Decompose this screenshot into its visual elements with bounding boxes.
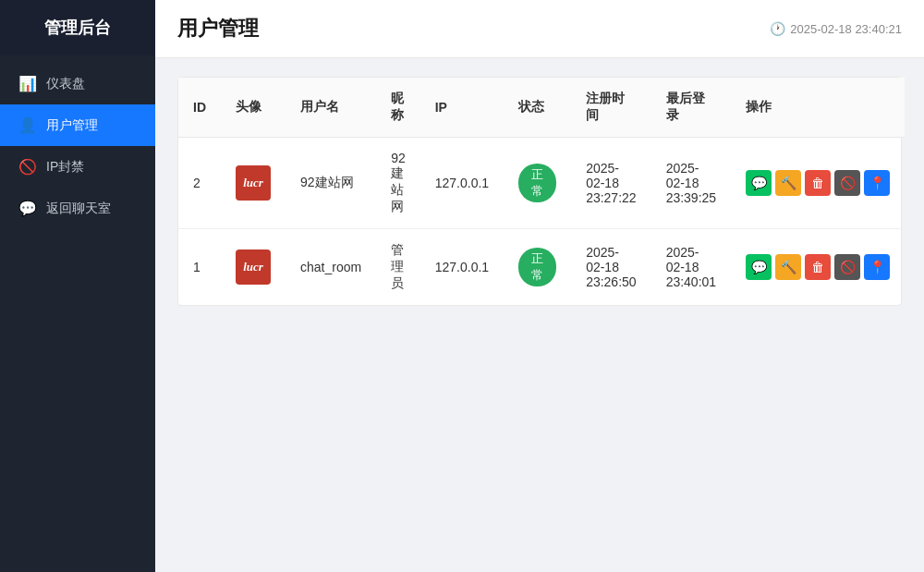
page-title: 用户管理 <box>177 15 259 43</box>
cell-username: chat_room <box>286 229 376 306</box>
mute-button[interactable]: 🚫 <box>834 170 860 196</box>
sidebar-item-ip-ban[interactable]: 🚫 IP封禁 <box>0 146 155 188</box>
sidebar-item-label: 用户管理 <box>46 117 98 134</box>
cell-id: 2 <box>178 138 221 229</box>
col-register-time: 注册时间 <box>571 78 651 138</box>
col-actions: 操作 <box>731 78 905 138</box>
cell-status: 正常 <box>504 138 571 229</box>
delete-user-button[interactable]: 🗑 <box>805 254 831 280</box>
cell-avatar: lucr <box>221 138 286 229</box>
cell-ip: 127.0.0.1 <box>420 138 504 229</box>
main-panel: 用户管理 🕐 2025-02-18 23:40:21 ID 头像 用户名 昵称 … <box>155 0 924 572</box>
col-username: 用户名 <box>286 78 376 138</box>
cell-actions: 💬 🔨 🗑 🚫 📍 <box>731 229 905 306</box>
action-buttons: 💬 🔨 🗑 🚫 📍 <box>746 170 890 196</box>
table-header-row: ID 头像 用户名 昵称 IP 状态 注册时间 最后登录 操作 <box>178 78 905 138</box>
location-button[interactable]: 📍 <box>864 254 890 280</box>
sidebar-menu: 📊 仪表盘 👤 用户管理 🚫 IP封禁 💬 返回聊天室 <box>0 63 155 229</box>
sidebar-item-label: 仪表盘 <box>46 76 85 92</box>
action-buttons: 💬 🔨 🗑 🚫 📍 <box>746 254 890 280</box>
user-table: ID 头像 用户名 昵称 IP 状态 注册时间 最后登录 操作 2 lucr <box>178 78 905 305</box>
sidebar-item-label: 返回聊天室 <box>46 201 111 217</box>
sidebar: 管理后台 📊 仪表盘 👤 用户管理 🚫 IP封禁 💬 返回聊天室 <box>0 0 155 572</box>
cell-last-login: 2025-02-18 23:39:25 <box>651 138 732 229</box>
ban-icon: 🚫 <box>18 158 37 176</box>
wechat-button[interactable]: 💬 <box>746 170 772 196</box>
col-ip: IP <box>420 78 504 138</box>
sidebar-item-label: IP封禁 <box>46 159 84 176</box>
user-icon: 👤 <box>18 116 37 134</box>
table-row: 1 lucr chat_room 管理员 127.0.0.1 正常 2025-0… <box>178 229 905 306</box>
col-id: ID <box>178 78 221 138</box>
cell-last-login: 2025-02-18 23:40:01 <box>651 229 732 306</box>
delete-user-button[interactable]: 🗑 <box>805 170 831 196</box>
status-badge: 正常 <box>518 248 556 286</box>
mute-button[interactable]: 🚫 <box>834 254 860 280</box>
avatar: lucr <box>236 249 271 285</box>
avatar: lucr <box>236 165 271 201</box>
chat-icon: 💬 <box>18 200 37 217</box>
ban-user-button[interactable]: 🔨 <box>775 170 801 196</box>
col-avatar: 头像 <box>221 78 286 138</box>
status-badge: 正常 <box>518 164 556 202</box>
header-time: 🕐 2025-02-18 23:40:21 <box>770 21 902 36</box>
ban-user-button[interactable]: 🔨 <box>775 254 801 280</box>
time-display: 2025-02-18 23:40:21 <box>790 22 902 36</box>
cell-nickname: 92建站网 <box>376 138 420 229</box>
sidebar-item-back-chat[interactable]: 💬 返回聊天室 <box>0 188 155 229</box>
cell-id: 1 <box>178 229 221 306</box>
cell-status: 正常 <box>504 229 571 306</box>
col-status: 状态 <box>504 78 571 138</box>
cell-actions: 💬 🔨 🗑 🚫 📍 <box>731 138 905 229</box>
table-row: 2 lucr 92建站网 92建站网 127.0.0.1 正常 2025-02-… <box>178 138 905 229</box>
sidebar-item-dashboard[interactable]: 📊 仪表盘 <box>0 63 155 104</box>
location-button[interactable]: 📍 <box>864 170 890 196</box>
clock-icon: 🕐 <box>770 21 785 36</box>
sidebar-item-user-management[interactable]: 👤 用户管理 <box>0 104 155 146</box>
sidebar-logo: 管理后台 <box>0 0 155 55</box>
cell-username: 92建站网 <box>286 138 376 229</box>
cell-avatar: lucr <box>221 229 286 306</box>
wechat-button[interactable]: 💬 <box>746 254 772 280</box>
col-last-login: 最后登录 <box>651 78 732 138</box>
cell-register-time: 2025-02-18 23:27:22 <box>571 138 651 229</box>
main-header: 用户管理 🕐 2025-02-18 23:40:21 <box>155 0 924 58</box>
dashboard-icon: 📊 <box>18 75 37 92</box>
main-content: ID 头像 用户名 昵称 IP 状态 注册时间 最后登录 操作 2 lucr <box>155 58 924 572</box>
cell-nickname: 管理员 <box>376 229 420 306</box>
col-nickname: 昵称 <box>376 78 420 138</box>
cell-ip: 127.0.0.1 <box>420 229 504 306</box>
table-container: ID 头像 用户名 昵称 IP 状态 注册时间 最后登录 操作 2 lucr <box>177 77 902 306</box>
cell-register-time: 2025-02-18 23:26:50 <box>571 229 651 306</box>
